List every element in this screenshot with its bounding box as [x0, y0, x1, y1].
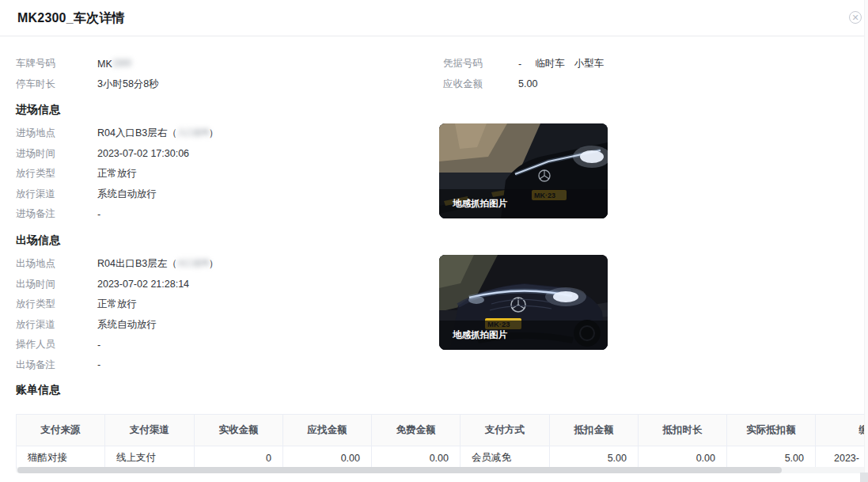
bill-section-heading: 账单信息 — [16, 380, 60, 404]
field-label: 凭据号码 — [443, 57, 518, 70]
field-label: 车牌号码 — [16, 57, 97, 70]
field-value: - 临时车 小型车 — [518, 57, 604, 70]
field-exit-location: 出场地点 R04出口B3层左（出口道闸） — [16, 254, 218, 275]
field-receivable-amount: 应收金额 5.00 — [443, 74, 604, 95]
exit-info-section: 出场信息 出场地点 R04出口B3层左（出口道闸） 出场时间 2023-07-0… — [16, 230, 218, 375]
field-exit-release-type: 放行类型 正常放行 — [16, 294, 218, 315]
col-header-actual-deduct: 实际抵扣额 — [727, 415, 816, 446]
col-header-pay-method: 支付方式 — [461, 415, 550, 446]
field-entry-location: 进场地点 R04入口B3层右（入口道闸） — [16, 123, 218, 144]
field-entry-remark: 进场备注 - — [16, 204, 218, 225]
bill-info-section: 账单信息 — [16, 380, 60, 404]
entry-capture-photo[interactable]: MK·23 地感抓拍图片 — [439, 123, 608, 218]
scrollbar-corner — [860, 473, 868, 482]
col-header-free-amount: 免费金额 — [372, 415, 461, 446]
col-header-pay-channel: 支付渠道 — [105, 415, 195, 446]
car-type-tag-small: 小型车 — [574, 57, 605, 70]
car-type-tag-temporary: 临时车 — [535, 57, 565, 70]
field-label: 停车时长 — [16, 78, 97, 91]
redacted-text: 2300 — [112, 58, 131, 69]
field-label: 应收金额 — [443, 78, 518, 91]
field-exit-remark: 出场备注 - — [16, 355, 218, 376]
bill-table: 支付来源 支付渠道 实收金额 应找金额 免费金额 支付方式 抵扣金额 抵扣时长 … — [16, 414, 868, 470]
col-header-pay-time: 缴费时间 — [816, 415, 868, 446]
field-entry-release-type: 放行类型 正常放行 — [16, 164, 218, 184]
photo-caption: 地感抓拍图片 — [452, 199, 508, 208]
redacted-text: 入口道闸 — [177, 127, 209, 139]
field-value: 3小时58分8秒 — [97, 78, 159, 91]
field-value: MK2300 — [97, 59, 131, 70]
exit-section-heading: 出场信息 — [16, 230, 218, 254]
horizontal-scrollbar-track[interactable] — [16, 467, 868, 473]
modal-header: MK2300_车次详情 — [0, 0, 868, 36]
redacted-text: 出口道闸 — [177, 257, 209, 269]
col-header-deduct-amount: 抵扣金额 — [550, 415, 639, 446]
vertical-scrollbar-track[interactable] — [864, 0, 868, 482]
exit-capture-photo[interactable]: MK·23 地感抓拍图片 — [439, 255, 608, 350]
field-exit-time: 出场时间 2023-07-02 21:28:14 — [16, 275, 218, 295]
field-parking-duration: 停车时长 3小时58分8秒 — [16, 74, 159, 95]
field-plate-number: 车牌号码 MK2300 — [16, 54, 159, 74]
summary-right: 凭据号码 - 临时车 小型车 应收金额 5.00 — [443, 54, 604, 94]
entry-section-heading: 进场信息 — [16, 100, 218, 123]
entry-capture-image: MK·23 地感抓拍图片 — [439, 123, 608, 218]
summary-left: 车牌号码 MK2300 停车时长 3小时58分8秒 — [16, 54, 159, 94]
field-entry-time: 进场时间 2023-07-02 17:30:06 — [16, 144, 218, 165]
field-exit-release-channel: 放行渠道 系统自动放行 — [16, 315, 218, 336]
bill-table-viewport: 支付来源 支付渠道 实收金额 应找金额 免费金额 支付方式 抵扣金额 抵扣时长 … — [16, 414, 868, 470]
modal-title: MK2300_车次详情 — [17, 0, 125, 36]
entry-info-section: 进场信息 进场地点 R04入口B3层右（入口道闸） 进场时间 2023-07-0… — [16, 100, 218, 225]
field-voucher-number: 凭据号码 - 临时车 小型车 — [443, 54, 604, 74]
field-value: 5.00 — [518, 78, 537, 89]
col-header-change-due: 应找金额 — [283, 415, 372, 446]
col-header-deduct-time: 抵扣时长 — [639, 415, 727, 446]
horizontal-scrollbar-thumb[interactable] — [17, 467, 782, 473]
close-icon[interactable]: ✕ — [849, 11, 862, 24]
field-operator: 操作人员 - — [16, 335, 218, 355]
exit-capture-image: MK·23 地感抓拍图片 — [439, 255, 608, 350]
field-entry-release-channel: 放行渠道 系统自动放行 — [16, 184, 218, 205]
vehicle-detail-modal: MK2300_车次详情 ✕ 车牌号码 MK2300 停车时长 3小时58分8秒 … — [0, 0, 868, 482]
col-header-pay-source: 支付来源 — [17, 415, 105, 446]
photo-caption: 地感抓拍图片 — [452, 330, 508, 340]
col-header-received: 实收金额 — [195, 415, 283, 446]
